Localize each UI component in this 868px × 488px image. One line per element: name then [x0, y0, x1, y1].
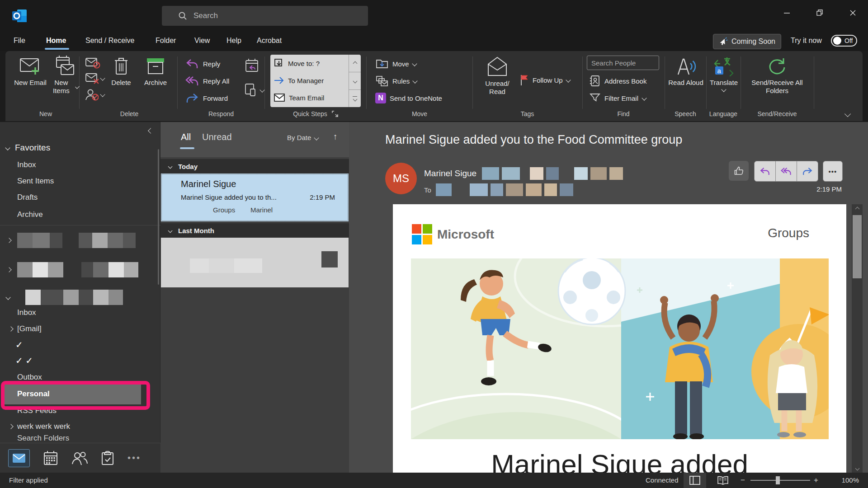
zoom-in-button[interactable]: + — [814, 476, 818, 485]
sidebar-scrollbar[interactable] — [158, 149, 159, 285]
tab-all[interactable]: All — [181, 132, 191, 142]
coming-soon-toggle[interactable]: Off — [831, 35, 857, 47]
sidebar-item-drafts[interactable]: Drafts — [0, 190, 178, 205]
scrollbar-down-arrow[interactable] — [852, 464, 863, 473]
search-input[interactable]: Search — [162, 6, 368, 26]
toggle-state-label: Off — [844, 37, 853, 44]
menu-file[interactable]: File — [14, 37, 25, 45]
nav-tasks-button[interactable] — [101, 451, 114, 465]
sidebar-item-archive[interactable]: Archive — [0, 207, 178, 222]
collapse-sidebar-button[interactable] — [149, 127, 153, 135]
more-respond-button[interactable] — [244, 83, 264, 97]
meeting-reply-button[interactable] — [244, 58, 259, 73]
sidebar-item-gmail[interactable]: [Gmail] — [0, 321, 170, 337]
zoom-slider-thumb[interactable] — [776, 476, 780, 484]
account-row-redacted[interactable] — [0, 233, 168, 248]
new-items-button[interactable]: New Items — [49, 56, 79, 95]
quick-steps-scroll-up[interactable] — [349, 55, 361, 72]
calendar-icon — [43, 451, 58, 465]
sidebar-item-check[interactable]: ✓ — [0, 337, 176, 352]
menu-help[interactable]: Help — [226, 37, 241, 45]
collapse-ribbon-button[interactable] — [845, 110, 850, 118]
sidebar-item-personal[interactable]: Personal — [5, 383, 141, 404]
nav-mail-button[interactable] — [8, 449, 30, 467]
filter-email-button[interactable]: Filter Email — [590, 91, 646, 105]
sort-by-date-button[interactable]: By Date — [287, 134, 318, 141]
minimize-button[interactable] — [776, 4, 797, 22]
forward-button[interactable]: Forward — [185, 91, 228, 105]
rules-button[interactable]: Rules — [375, 74, 417, 88]
search-people-input[interactable]: Search People — [587, 56, 659, 70]
send-receive-all-button[interactable]: Send/Receive All Folders — [748, 56, 807, 95]
zoom-slider[interactable] — [750, 480, 810, 481]
sender-name[interactable]: Marinel Sigue — [424, 169, 476, 178]
quick-steps-scroll-down[interactable] — [349, 72, 361, 90]
outlook-app-icon[interactable] — [11, 7, 28, 24]
send-to-onenote-button[interactable]: N Send to OneNote — [375, 91, 442, 105]
quick-steps-more[interactable] — [349, 90, 361, 107]
coming-soon-button[interactable]: Coming Soon — [713, 34, 781, 49]
follow-up-button[interactable]: Follow Up — [520, 73, 570, 87]
scrollbar-up-arrow[interactable] — [852, 204, 863, 213]
restore-button[interactable] — [809, 4, 830, 22]
redacted-text — [502, 167, 520, 180]
close-button[interactable] — [842, 4, 863, 22]
sidebar-item-rss-feeds[interactable]: RSS Feeds — [0, 403, 178, 418]
favorites-header[interactable]: Favorites — [0, 140, 166, 155]
reading-pane-scrollbar[interactable] — [852, 204, 863, 473]
reading-mode-button[interactable] — [712, 473, 733, 488]
more-actions-button[interactable]: ••• — [823, 161, 843, 182]
nav-more-button[interactable]: ••• — [127, 453, 141, 463]
nav-people-button[interactable] — [71, 451, 88, 465]
reply-button[interactable]: Reply — [185, 56, 220, 71]
sidebar-item-werk[interactable]: werk werk werk — [0, 419, 170, 434]
sidebar-item-search-folders[interactable]: Search Folders — [17, 434, 69, 442]
sort-direction-button[interactable]: ↑ — [333, 132, 338, 142]
translate-button[interactable]: a Translate — [708, 56, 740, 91]
account-row-expanded-redacted[interactable] — [0, 290, 167, 305]
menu-folder[interactable]: Folder — [156, 37, 176, 45]
block-sender-button[interactable] — [85, 88, 104, 101]
quick-step-team-email[interactable]: Team Email — [270, 89, 361, 106]
junk-button[interactable] — [85, 72, 104, 84]
sidebar-item-inbox[interactable]: Inbox — [0, 305, 178, 320]
reading-view-button[interactable] — [684, 473, 706, 488]
sidebar-item-double-check[interactable]: ✓ ✓ — [0, 353, 176, 368]
new-email-button[interactable]: New Email — [13, 56, 48, 87]
address-book-button[interactable]: Address Book — [590, 74, 646, 88]
forward-quick-button[interactable] — [797, 161, 818, 182]
sidebar-item-sent-items[interactable]: Sent Items — [0, 174, 178, 189]
account-row-redacted[interactable] — [0, 262, 168, 277]
menu-send-receive[interactable]: Send / Receive — [85, 37, 135, 45]
nav-calendar-button[interactable] — [43, 451, 58, 465]
quick-steps-dialog-launcher-icon[interactable] — [332, 111, 338, 117]
group-header-last-month[interactable]: Last Month — [160, 223, 349, 238]
read-aloud-button[interactable]: Read Aloud — [668, 56, 703, 87]
sender-avatar[interactable]: MS — [385, 163, 417, 194]
ignore-button[interactable] — [85, 56, 100, 69]
group-header-today[interactable]: Today — [160, 159, 349, 174]
email-category-marinel[interactable]: Marinel — [250, 206, 273, 214]
reply-quick-button[interactable] — [754, 161, 776, 182]
move-button[interactable]: Move — [375, 56, 416, 71]
unread-read-button[interactable]: Unread/ Read — [479, 56, 515, 96]
email-list-item-redacted[interactable] — [161, 238, 349, 287]
email-category-groups[interactable]: Groups — [213, 206, 235, 214]
reply-all-button[interactable]: Reply All — [185, 74, 229, 88]
delete-button[interactable]: Delete — [106, 56, 137, 87]
quick-step-to-manager[interactable]: To Manager — [270, 72, 361, 89]
connection-status: Connected — [646, 476, 679, 484]
like-button[interactable] — [729, 161, 749, 181]
zoom-out-button[interactable]: − — [741, 476, 745, 485]
zoom-level[interactable]: 100% — [826, 476, 859, 484]
reply-all-quick-button[interactable] — [776, 161, 797, 182]
menu-acrobat[interactable]: Acrobat — [257, 37, 282, 45]
archive-button[interactable]: Archive — [138, 56, 173, 87]
menu-view[interactable]: View — [194, 37, 210, 45]
tab-unread[interactable]: Unread — [202, 132, 232, 142]
quick-step-move-to[interactable]: Move to: ? — [270, 55, 361, 72]
scrollbar-thumb[interactable] — [853, 215, 862, 278]
sidebar-item-inbox-fav[interactable]: Inbox — [0, 157, 178, 173]
email-list-item-selected[interactable]: Marinel Sigue Marinel Sigue added you to… — [161, 174, 349, 221]
menu-home[interactable]: Home — [46, 37, 66, 45]
